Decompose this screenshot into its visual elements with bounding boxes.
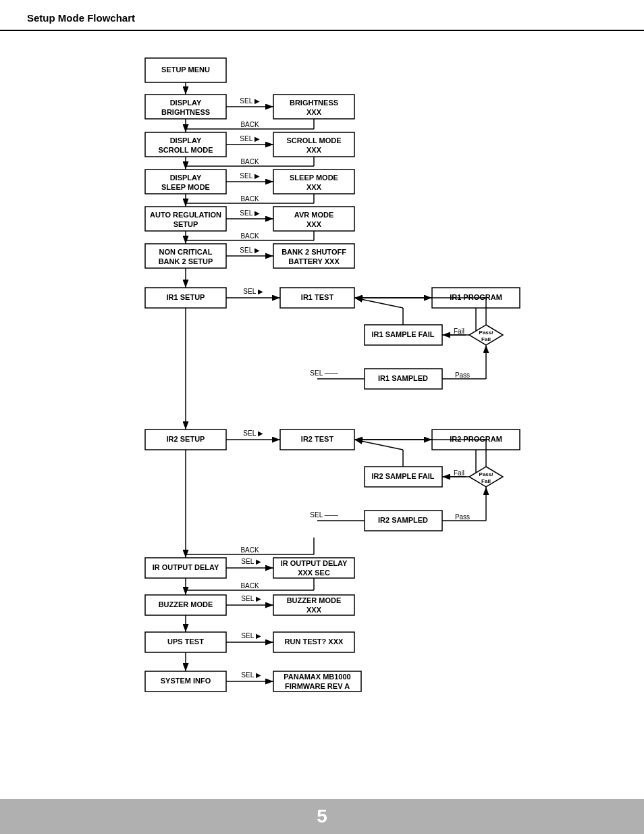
ir2-pass-label: Pass (455, 513, 470, 521)
ir2-fail-to-test (354, 440, 403, 450)
back-label-ir2: BACK (240, 546, 259, 554)
back-label-ird: BACK (240, 582, 259, 590)
sel-label-2: SEL ▶ (240, 135, 259, 142)
ups-test-label: UPS TEST (167, 637, 204, 646)
scroll-mode-xxx: XXX (306, 146, 322, 154)
ir1-pass-fail-label: Pass/ (479, 330, 494, 336)
sel-label-5: SEL ▶ (240, 246, 259, 254)
page-header: Setup Mode Flowchart (0, 0, 644, 31)
sel-label-4: SEL ▶ (240, 209, 259, 217)
sleep-mode-label: SLEEP MODE (290, 174, 338, 182)
page-title: Setup Mode Flowchart (27, 12, 135, 24)
flowchart-svg: SETUP MENU DISPLAY BRIGHTNESS SEL ▶ BRIG… (41, 45, 621, 801)
non-critical-label2: BANK 2 SETUP (159, 257, 213, 265)
back-label-1: BACK (240, 121, 259, 128)
ir-output-delay-xxx: XXX SEC (298, 569, 330, 577)
flowchart-area: SETUP MENU DISPLAY BRIGHTNESS SEL ▶ BRIG… (0, 31, 644, 804)
ir-output-delay-val-label: IR OUTPUT DELAY (281, 559, 348, 567)
page-footer: 5 (0, 799, 644, 834)
sel-label-bm: SEL ▶ (241, 595, 261, 602)
scroll-mode-label: SCROLL MODE (286, 136, 341, 145)
display-sleep-label: DISPLAY (170, 174, 202, 182)
sel-label-ups: SEL ▶ (241, 632, 261, 640)
ir2-pass-fail-label: Pass/ (479, 471, 494, 477)
buzzer-mode-xxx-label: BUZZER MODE (287, 596, 342, 604)
sel-label-ird: SEL ▶ (241, 558, 261, 565)
sel-label-ir2-sampled: SEL —— (310, 511, 338, 519)
setup-menu-label: SETUP MENU (161, 66, 210, 74)
brightness-label: BRIGHTNESS (290, 99, 338, 107)
sleep-mode-xxx: XXX (306, 183, 322, 191)
panamax-label: PANAMAX MB1000 (284, 673, 350, 681)
ir2-sample-fail-label: IR2 SAMPLE FAIL (372, 472, 435, 480)
display-scroll-label2: SCROLL MODE (158, 146, 213, 154)
auto-reg-label2: SETUP (173, 220, 198, 228)
auto-reg-label: AUTO REGULATION (150, 211, 221, 219)
sel-label-3: SEL ▶ (240, 172, 259, 180)
ir-output-delay-label: IR OUTPUT DELAY (153, 563, 219, 571)
system-info-label: SYSTEM INFO (161, 677, 211, 685)
display-scroll-label: DISPLAY (170, 136, 202, 145)
back-label-4: BACK (240, 232, 259, 240)
ir2-pass-fail-label2: Fail (481, 478, 491, 484)
run-test-label: RUN TEST? XXX (285, 637, 344, 646)
ir2-fail-label: Fail (454, 469, 464, 477)
ir2-setup-label: IR2 SETUP (167, 435, 205, 443)
back-label-2: BACK (240, 158, 259, 165)
ir1-test-label: IR1 TEST (301, 293, 334, 301)
avr-mode-xxx: XXX (306, 220, 322, 228)
brightness-xxx-label: XXX (306, 108, 322, 116)
ir1-sampled-label: IR1 SAMPLED (378, 374, 428, 382)
ir1-fail-to-test (354, 298, 403, 308)
non-critical-label: NON CRITICAL (159, 248, 213, 256)
display-sleep-label2: SLEEP MODE (161, 183, 210, 191)
ir1-program-label: IR1 PROGRAM (450, 293, 502, 301)
display-brightness-label2: BRIGHTNESS (161, 108, 210, 116)
ir1-pass-fail-label2: Fail (481, 336, 491, 342)
avr-mode-label: AVR MODE (294, 211, 333, 219)
sel-label-6: SEL ▶ (243, 288, 263, 295)
buzzer-mode-label: BUZZER MODE (159, 600, 213, 608)
back-label-3: BACK (240, 195, 259, 203)
ir1-pass-label: Pass (455, 371, 470, 379)
ir2-test-label: IR2 TEST (301, 435, 334, 443)
ir1-fail-label: Fail (454, 328, 464, 335)
ir1-sample-fail-label: IR1 SAMPLE FAIL (372, 330, 435, 338)
bank2-battery-xxx: BATTERY XXX (288, 257, 340, 265)
buzzer-mode-xxx: XXX (306, 606, 322, 614)
bank2-shutoff-label: BANK 2 SHUTOFF (281, 248, 346, 256)
sel-label-ir2: SEL ▶ (243, 429, 263, 437)
ir2-sampled-label: IR2 SAMPLED (378, 516, 428, 524)
display-brightness-label: DISPLAY (170, 99, 202, 107)
sel-label-si: SEL ▶ (241, 671, 261, 679)
panamax-fw-label: FIRMWARE REV A (285, 682, 350, 690)
ir2-program-label: IR2 PROGRAM (450, 435, 502, 443)
page-number: 5 (317, 806, 327, 827)
ir1-setup-label: IR1 SETUP (167, 293, 205, 301)
sel-label-1: SEL ▶ (240, 97, 259, 105)
sel-label-ir1-sampled: SEL —— (310, 369, 338, 377)
